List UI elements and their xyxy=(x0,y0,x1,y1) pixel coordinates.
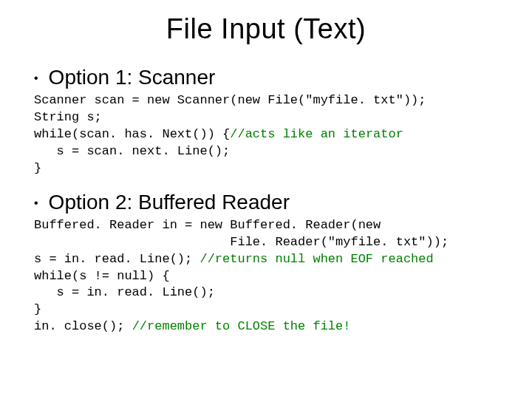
code-line: in. close(); xyxy=(34,319,132,333)
code-line: while(scan. has. Next()) { xyxy=(34,127,230,141)
code-comment: //acts like an iterator xyxy=(230,127,403,141)
code-line: s = in. read. Line(); xyxy=(34,285,215,299)
bullet-dot-icon: • xyxy=(34,193,49,214)
code-comment: //remember to CLOSE the file! xyxy=(132,319,351,333)
code-line: File. Reader("myfile. txt")); xyxy=(34,235,449,249)
bullet-option-2: • Option 2: Buffered Reader xyxy=(34,191,498,216)
bullet-text: Option 1: Scanner xyxy=(49,66,216,89)
slide-title: File Input (Text) xyxy=(34,13,498,45)
code-line: } xyxy=(34,302,41,316)
code-line: } xyxy=(34,161,41,175)
code-line: String s; xyxy=(34,110,102,124)
code-block-buffered-reader: Buffered. Reader in = new Buffered. Read… xyxy=(34,217,498,336)
code-line: s = scan. next. Line(); xyxy=(34,144,230,158)
code-line: s = in. read. Line(); xyxy=(34,252,200,266)
code-comment: //returns null when EOF reached xyxy=(200,252,433,266)
code-line: Buffered. Reader in = new Buffered. Read… xyxy=(34,218,381,232)
code-block-scanner: Scanner scan = new Scanner(new File("myf… xyxy=(34,92,498,177)
code-line: Scanner scan = new Scanner(new File("myf… xyxy=(34,93,426,107)
code-line: while(s != null) { xyxy=(34,269,170,283)
bullet-dot-icon: • xyxy=(34,68,49,89)
slide: File Input (Text) • Option 1: Scanner Sc… xyxy=(0,0,532,399)
bullet-option-1: • Option 1: Scanner xyxy=(34,66,498,91)
bullet-text: Option 2: Buffered Reader xyxy=(49,191,290,214)
